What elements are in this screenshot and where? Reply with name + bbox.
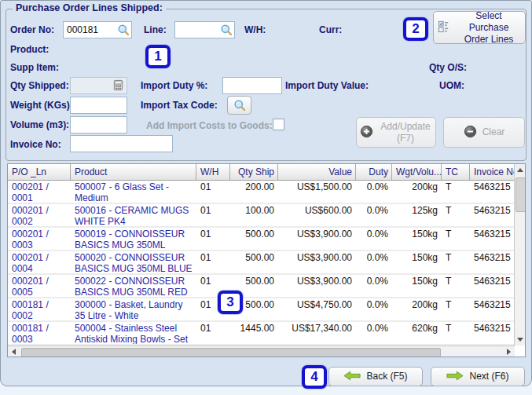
vertical-scrollbar[interactable] [514, 164, 525, 346]
invoice-no-label: Invoice No: [10, 139, 61, 150]
column-header-value[interactable]: Value [278, 164, 356, 180]
back-button[interactable]: Back (F5) [328, 367, 423, 386]
product-label: Product: [10, 44, 49, 55]
calculator-icon[interactable] [112, 79, 125, 92]
search-icon [233, 99, 246, 112]
line-input[interactable] [174, 21, 235, 38]
cell-po_ln: 000201 / 0003 [8, 228, 71, 250]
cell-tc: T [442, 298, 470, 320]
back-label: Back (F5) [366, 371, 407, 382]
next-button[interactable]: Next (F6) [431, 367, 525, 386]
volume-input[interactable] [70, 116, 127, 133]
cell-value: US$3,900.00 [278, 228, 356, 250]
minus-circle-icon [464, 125, 477, 141]
chevron-down-icon [517, 338, 523, 345]
clear-button[interactable]: Clear [443, 117, 525, 148]
weight-input[interactable] [70, 97, 127, 114]
annotation-badge-4: 4 [302, 365, 327, 389]
cell-product: 500007 - 6 Glass Set - Medium [71, 181, 196, 203]
import-tax-code-lookup-button[interactable] [227, 96, 251, 115]
qty-os-label: Qty O/S: [429, 62, 467, 73]
cell-wh: 01 [196, 251, 230, 273]
cell-product: 500016 - CERAMIC MUGS WHITE PK4 [71, 204, 196, 226]
clear-label: Clear [482, 126, 505, 138]
cell-po_ln: 000181 / 0003 [8, 322, 71, 344]
scroll-down-button[interactable] [515, 334, 525, 346]
cell-duty: 0.0% [356, 251, 392, 273]
cell-invoice: 5463215 [470, 275, 515, 297]
add-import-costs-checkbox[interactable] [273, 119, 284, 130]
column-header-invoice[interactable]: Invoice No [470, 164, 515, 180]
horizontal-scrollbar[interactable] [8, 346, 515, 357]
vertical-scroll-thumb[interactable] [515, 177, 526, 212]
cell-wgt_volu: 150kg [392, 228, 442, 250]
qty-shipped-input[interactable] [70, 77, 127, 94]
column-header-product[interactable]: Product [71, 164, 196, 180]
table-body: 000201 / 0001500007 - 6 Glass Set - Medi… [8, 181, 515, 346]
next-label: Next (F6) [469, 371, 508, 382]
select-purchase-order-lines-button[interactable]: Select Purchase Order Lines [433, 11, 526, 44]
column-header-wgt_volu[interactable]: Wgt/Volu... [392, 164, 442, 180]
cell-wgt_volu: 200kg [392, 181, 442, 203]
column-header-po_ln[interactable]: P/O _Ln [8, 164, 71, 180]
cell-value: US$1,500.00 [278, 181, 356, 203]
cell-po_ln: 000201 / 0001 [8, 181, 71, 203]
table-row[interactable]: 000181 / 0002300000 - Basket, Laundry 35… [8, 298, 515, 322]
table-row[interactable]: 000201 / 0003500019 - CONNOISSEUR BASICS… [8, 228, 515, 251]
cell-wh: 01 [196, 204, 230, 226]
checklist-icon [438, 20, 451, 35]
scroll-right-button[interactable] [503, 346, 515, 357]
order-no-value: 000181 [67, 24, 117, 35]
add-update-button[interactable]: Add/Update (F7) [356, 117, 436, 148]
annotation-badge-1: 1 [145, 45, 171, 68]
cell-wgt_volu: 125kg [392, 204, 442, 226]
cell-qty_ship: 500.00 [230, 251, 278, 273]
table-row[interactable]: 000201 / 0001500007 - 6 Glass Set - Medi… [8, 181, 515, 204]
cell-wgt_volu: 200kg [392, 298, 442, 320]
cell-invoice: 5463215 [470, 322, 515, 344]
invoice-no-input[interactable] [70, 135, 173, 152]
cell-wgt_volu: 620kg [392, 322, 442, 344]
order-no-label: Order No: [10, 24, 54, 35]
table-row[interactable]: 000201 / 0005500022 - CONNOISSEUR BASICS… [8, 275, 515, 298]
qty-shipped-label: Qty Shipped: [10, 80, 69, 91]
cell-po_ln: 000201 / 0004 [8, 251, 71, 273]
wh-label: W/H: [244, 24, 266, 35]
column-header-wh[interactable]: W/H [196, 164, 230, 180]
scroll-left-button[interactable] [8, 346, 20, 357]
table-row[interactable]: 000181 / 0003500004 - Stainless Steel An… [8, 322, 515, 346]
order-no-input[interactable]: 000181 [63, 21, 132, 38]
table-row[interactable]: 000201 / 0004500020 - CONNOISSEUR BASICS… [8, 251, 515, 275]
plus-circle-icon [360, 125, 373, 141]
cell-invoice: 5463215 [470, 181, 515, 203]
table-row[interactable]: 000201 / 0002500016 - CERAMIC MUGS WHITE… [8, 204, 515, 228]
cell-qty_ship: 100.00 [230, 204, 278, 226]
scroll-up-button[interactable] [515, 164, 525, 176]
supp-item-label: Supp Item: [10, 62, 59, 73]
cell-qty_ship: 500.00 [230, 228, 278, 250]
import-duty-value-label: Import Duty Value: [285, 80, 369, 91]
cell-tc: T [442, 251, 470, 273]
arrow-left-icon [343, 371, 361, 383]
column-header-tc[interactable]: TC [442, 164, 470, 180]
cell-po_ln: 000201 / 0002 [8, 204, 71, 226]
column-header-duty[interactable]: Duty [356, 164, 392, 180]
search-icon[interactable] [117, 24, 130, 36]
chevron-right-icon [507, 349, 514, 355]
cell-duty: 0.0% [356, 298, 392, 320]
cell-product: 500019 - CONNOISSEUR BASICS MUG 350ML BL… [71, 228, 196, 250]
column-header-qty_ship[interactable]: Qty Ship [230, 164, 278, 180]
cell-duty: 0.0% [356, 204, 392, 226]
cell-value: US$3,900.00 [278, 275, 356, 297]
chevron-up-icon [517, 165, 523, 172]
cell-value: US$3,900.00 [278, 251, 356, 273]
uom-label: UOM: [439, 80, 464, 91]
cell-duty: 0.0% [356, 228, 392, 250]
cell-product: 300000 - Basket, Laundry 35 Litre - Whit… [71, 298, 196, 320]
curr-label: Curr: [319, 24, 342, 35]
horizontal-scroll-thumb[interactable] [21, 348, 441, 357]
search-icon[interactable] [220, 24, 233, 36]
cell-wh: 01 [196, 322, 230, 344]
annotation-badge-3: 3 [218, 291, 243, 314]
import-duty-pct-input[interactable] [222, 77, 282, 94]
